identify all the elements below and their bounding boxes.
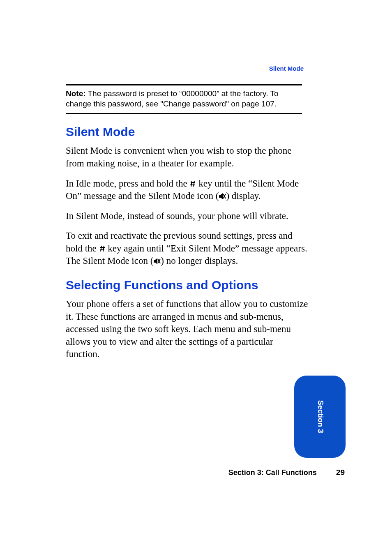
page-footer: Section 3: Call Functions 29 — [228, 468, 345, 477]
svg-line-3 — [194, 181, 194, 187]
section-thumb-tab-label: Section 3 — [316, 400, 324, 433]
hash-key-icon — [99, 243, 106, 249]
silent-mode-paragraph-3: In Silent Mode, instead of sounds, your … — [66, 210, 308, 223]
note-text: The password is preset to “00000000” at … — [66, 89, 279, 108]
silent-mode-icon — [153, 256, 161, 263]
note-box: Note: The password is preset to “0000000… — [66, 84, 302, 114]
text-fragment: ) display. — [226, 191, 261, 201]
silent-mode-icon — [219, 191, 226, 198]
page-container: Silent Mode Note: The password is preset… — [0, 0, 392, 542]
text-fragment: ) no longer displays. — [161, 256, 238, 266]
silent-mode-paragraph-4: To exit and reactivate the previous soun… — [66, 230, 308, 268]
svg-line-2 — [191, 181, 192, 187]
footer-section-label: Section 3: Call Functions — [228, 468, 317, 477]
text-fragment: In Idle mode, press and hold the — [66, 178, 189, 189]
footer-page-number: 29 — [336, 468, 345, 477]
selecting-functions-paragraph-1: Your phone offers a set of functions tha… — [66, 298, 308, 361]
silent-mode-paragraph-2: In Idle mode, press and hold the key unt… — [66, 178, 308, 203]
heading-selecting-functions: Selecting Functions and Options — [66, 278, 345, 292]
silent-mode-paragraph-1: Silent Mode is convenient when you wish … — [66, 145, 308, 170]
section-thumb-tab: Section 3 — [294, 376, 346, 458]
svg-line-8 — [101, 246, 101, 251]
svg-line-9 — [103, 246, 104, 251]
heading-silent-mode: Silent Mode — [66, 125, 345, 139]
note-label: Note: — [66, 89, 86, 98]
running-head: Silent Mode — [269, 65, 304, 72]
hash-key-icon — [189, 178, 196, 185]
